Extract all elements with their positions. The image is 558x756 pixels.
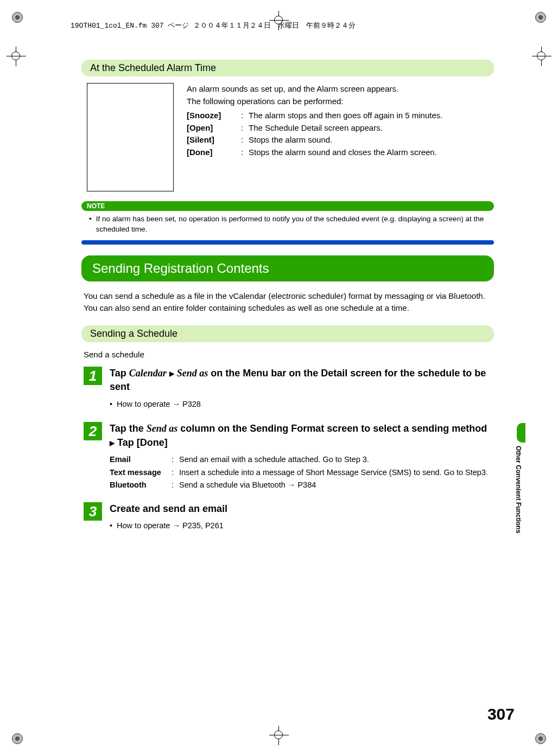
desc-open: The Schedule Detail screen appears. — [249, 122, 489, 134]
step-3: 3 Create and send an email • How to oper… — [81, 502, 494, 534]
bullet-dot-icon: • — [110, 399, 112, 411]
note-text: If no alarm has been set, no operation i… — [96, 214, 492, 235]
note-box: NOTE • If no alarm has been set, no oper… — [81, 201, 494, 245]
method-text-term: Text message — [110, 467, 172, 479]
desc-done: Stops the alarm sound and closes the Ala… — [249, 146, 489, 159]
registration-mark-bottom — [269, 726, 289, 745]
crop-mark-bl — [12, 733, 23, 744]
desc-snooze: The alarm stops and then goes off again … — [249, 110, 489, 122]
menu-send-as-2: Send as — [147, 423, 178, 434]
method-text-desc: Insert a schedule into a message of Shor… — [179, 467, 492, 479]
subsection-lead: Send a schedule — [81, 349, 494, 367]
menu-calendar: Calendar — [129, 368, 167, 379]
print-header-info: 19OTH01_1col_EN.fm 307 ページ ２００４年１１月２４日 水… — [71, 21, 356, 30]
bullet-dot-icon: • — [110, 520, 112, 532]
step-number-3: 3 — [84, 502, 102, 521]
crop-mark-tl — [12, 12, 23, 23]
subsection-heading-sending-schedule: Sending a Schedule — [81, 325, 494, 342]
note-bottom-bar — [81, 240, 494, 245]
sending-methods-table: Email : Send an email with a schedule at… — [110, 454, 492, 491]
alarm-intro2: The following operations can be performe… — [187, 95, 489, 108]
side-tab-nub — [517, 423, 525, 443]
method-email-term: Email — [110, 454, 172, 466]
registration-mark-left-upper — [7, 47, 26, 66]
note-label: NOTE — [81, 201, 494, 211]
alarm-intro1: An alarm sounds as set up, and the Alarm… — [187, 83, 489, 95]
term-open: [Open] — [187, 122, 241, 134]
alarm-operations-table: [Snooze] : The alarm stops and then goes… — [187, 110, 489, 158]
side-tab-label: Other Convenient Functions — [515, 446, 522, 554]
term-done: [Done] — [187, 146, 241, 159]
crop-mark-tr — [535, 12, 546, 23]
step-3-title: Create and send an email — [110, 502, 492, 516]
alarm-description-block: An alarm sounds as set up, and the Alarm… — [81, 83, 494, 191]
menu-send-as: Send as — [177, 368, 208, 379]
term-snooze: [Snooze] — [187, 110, 241, 122]
subsection-heading-alarm: At the Scheduled Alarm Time — [81, 60, 494, 76]
triangle-icon: ▶ — [110, 439, 115, 447]
crop-mark-br — [535, 733, 546, 744]
method-bt-term: Bluetooth — [110, 479, 172, 491]
section-heading-sending: Sending Registration Contents — [81, 255, 494, 281]
step-2-title: Tap the Send as column on the Sending Fo… — [110, 422, 492, 449]
step-1-bullet-text: How to operate → P328 — [117, 399, 201, 411]
registration-mark-right-upper — [532, 47, 551, 66]
step-number-1: 1 — [84, 367, 102, 385]
alarm-text: An alarm sounds as set up, and the Alarm… — [187, 83, 489, 191]
bullet-dot-icon: • — [89, 214, 92, 235]
step-3-bullet-text: How to operate → P235, P261 — [117, 520, 224, 532]
triangle-icon: ▶ — [169, 370, 174, 377]
method-bt-desc: Send a schedule via Bluetooth → P384 — [179, 479, 492, 491]
side-tab: Other Convenient Functions — [515, 423, 525, 531]
step-1-title: Tap Calendar ▶ Send as on the Menu bar o… — [110, 367, 492, 394]
alarm-screen-placeholder — [87, 83, 174, 191]
step-3-bullet: • How to operate → P235, P261 — [110, 520, 492, 532]
desc-silent: Stops the alarm sound. — [249, 134, 489, 146]
section-intro: You can send a schedule as a file in the… — [81, 290, 494, 314]
step-2: 2 Tap the Send as column on the Sending … — [81, 422, 494, 492]
step-1: 1 Tap Calendar ▶ Send as on the Menu bar… — [81, 367, 494, 412]
note-bullet: • If no alarm has been set, no operation… — [89, 214, 492, 235]
step-number-2: 2 — [84, 422, 102, 440]
page-number: 307 — [487, 705, 515, 723]
step-1-bullet: • How to operate → P328 — [110, 399, 492, 411]
term-silent: [Silent] — [187, 134, 241, 146]
method-email-desc: Send an email with a schedule attached. … — [179, 454, 492, 466]
page-content: At the Scheduled Alarm Time An alarm sou… — [81, 60, 494, 544]
